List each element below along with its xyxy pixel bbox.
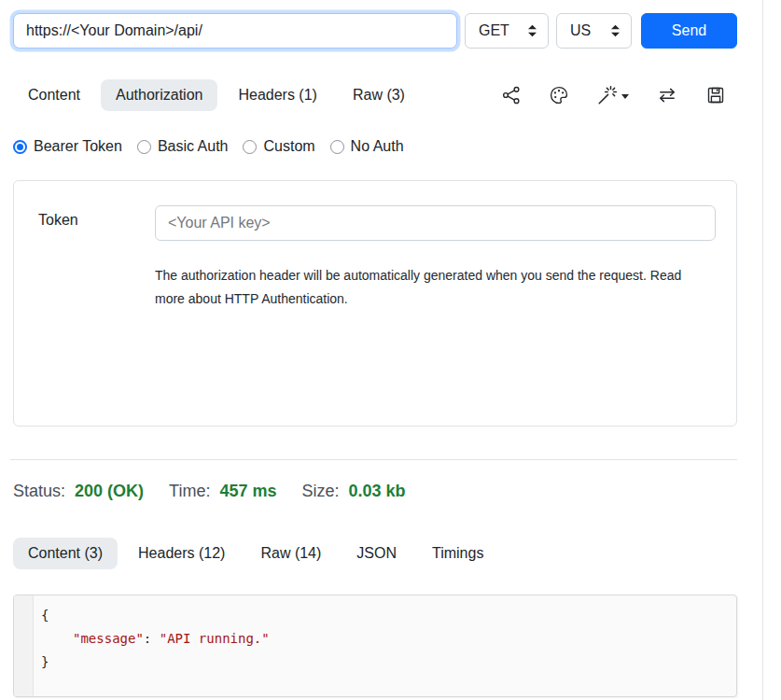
radio-selected-icon: [13, 140, 27, 154]
response-tab-headers[interactable]: Headers (12): [123, 538, 240, 569]
json-value: "API running.": [160, 631, 270, 646]
updown-arrows-icon: [610, 24, 621, 37]
response-tabs-row: Content (3) Headers (12) Raw (14) JSON T…: [13, 538, 737, 569]
response-json-code: { "message": "API running." }: [41, 604, 270, 674]
region-select-value: US: [570, 22, 591, 39]
token-field-row: Token: [38, 205, 716, 241]
palette-icon[interactable]: [549, 85, 569, 105]
status-group: Status: 200 (OK): [13, 482, 144, 501]
auth-option-label: Custom: [263, 138, 314, 155]
response-body-panel[interactable]: { "message": "API running." }: [13, 595, 737, 697]
size-label: Size:: [301, 482, 339, 501]
response-status-row: Status: 200 (OK) Time: 457 ms Size: 0.03…: [13, 482, 737, 501]
share-icon[interactable]: [501, 85, 522, 105]
method-select-value: GET: [479, 22, 509, 39]
json-separator: :: [144, 631, 160, 646]
url-input[interactable]: [13, 13, 457, 49]
updown-arrows-icon: [527, 24, 537, 37]
size-group: Size: 0.03 kb: [301, 482, 405, 501]
token-input[interactable]: [155, 205, 716, 241]
tab-headers[interactable]: Headers (1): [223, 79, 331, 111]
api-client-page: GET US Send Content Authorization Header…: [13, 13, 737, 697]
magic-wand-icon[interactable]: [596, 84, 629, 106]
auth-option-bearer-token[interactable]: Bearer Token: [13, 138, 122, 155]
token-panel: Token The authorization header will be a…: [13, 180, 737, 427]
status-label: Status:: [13, 482, 65, 501]
response-tab-json[interactable]: JSON: [342, 538, 411, 569]
size-value: 0.03 kb: [349, 482, 406, 501]
code-line: "message": "API running.": [41, 627, 270, 651]
request-response-divider: [10, 459, 737, 460]
auth-option-no-auth[interactable]: No Auth: [330, 138, 404, 155]
auth-type-row: Bearer Token Basic Auth Custom No Auth: [13, 138, 737, 155]
time-label: Time:: [169, 482, 210, 501]
time-value: 457 ms: [219, 482, 276, 501]
region-select[interactable]: US: [556, 13, 632, 49]
response-tab-raw[interactable]: Raw (14): [245, 538, 336, 569]
page-scroll-divider: [762, 0, 763, 700]
code-line: {: [41, 604, 270, 627]
radio-unselected-icon: [137, 140, 151, 154]
chevron-down-icon: [621, 94, 629, 99]
request-toolbar: [501, 84, 737, 106]
status-value: 200 (OK): [75, 482, 144, 501]
response-tab-content[interactable]: Content (3): [13, 538, 118, 569]
time-group: Time: 457 ms: [169, 482, 276, 501]
auth-option-label: Bearer Token: [34, 138, 122, 155]
radio-unselected-icon: [243, 140, 257, 154]
auth-option-custom[interactable]: Custom: [243, 138, 314, 155]
request-tabs-row: Content Authorization Headers (1) Raw (3…: [13, 79, 737, 111]
auth-option-basic-auth[interactable]: Basic Auth: [137, 138, 229, 155]
radio-unselected-icon: [330, 140, 344, 154]
request-bar: GET US Send: [13, 13, 737, 49]
method-select[interactable]: GET: [465, 13, 549, 49]
auth-option-label: No Auth: [351, 138, 404, 155]
save-icon[interactable]: [705, 85, 726, 105]
auth-option-label: Basic Auth: [158, 138, 229, 155]
send-button[interactable]: Send: [641, 13, 737, 49]
tab-content[interactable]: Content: [13, 79, 95, 111]
swap-arrows-icon[interactable]: [656, 84, 678, 106]
tab-raw[interactable]: Raw (3): [338, 79, 420, 111]
token-label: Token: [38, 205, 155, 241]
auth-help-text: The authorization header will be automat…: [155, 264, 711, 311]
code-line: }: [41, 651, 270, 674]
response-tab-timings[interactable]: Timings: [417, 538, 498, 569]
code-gutter: [14, 595, 34, 696]
json-key: "message": [73, 631, 144, 646]
tab-authorization[interactable]: Authorization: [101, 79, 217, 111]
